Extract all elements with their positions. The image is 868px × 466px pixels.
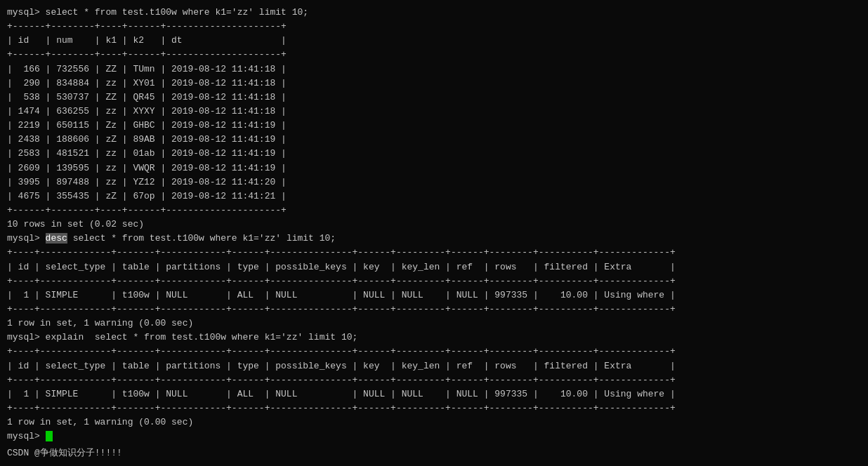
terminal-line: | 2219 | 650115 | Zz | GHBC | 2019-08-12… bbox=[7, 119, 861, 133]
terminal-line: +----+-------------+-------+------------… bbox=[7, 373, 861, 387]
desc-keyword: desc bbox=[46, 233, 67, 244]
terminal-line: +------+--------+----+------+-----------… bbox=[7, 20, 861, 34]
cmd-rest: select * from test.t100w where k1='zz' l… bbox=[67, 233, 336, 244]
terminal-line: | 1474 | 636255 | zz | XYXY | 2019-08-12… bbox=[7, 105, 861, 119]
terminal-line: mysql> desc select * from test.t100w whe… bbox=[7, 232, 861, 246]
terminal-line: | id | select_type | table | partitions … bbox=[7, 359, 861, 373]
watermark: CSDN @争做知识分子!!!!! bbox=[7, 446, 122, 459]
terminal-line: mysql> select * from test.t100w where k1… bbox=[7, 6, 861, 20]
prompt-text: mysql> bbox=[7, 233, 46, 244]
terminal-line: 1 row in set, 1 warning (0.00 sec) bbox=[7, 415, 861, 430]
terminal-line: 10 rows in set (0.02 sec) bbox=[7, 218, 861, 232]
terminal-line: | id | select_type | table | partitions … bbox=[7, 260, 861, 274]
terminal-line: | 166 | 732556 | ZZ | TUmn | 2019-08-12 … bbox=[7, 62, 861, 76]
terminal-line: | 2583 | 481521 | zz | 01ab | 2019-08-12… bbox=[7, 147, 861, 161]
terminal-line: | 538 | 530737 | ZZ | QR45 | 2019-08-12 … bbox=[7, 91, 861, 105]
cursor bbox=[46, 431, 53, 441]
prompt: mysql> bbox=[7, 431, 46, 441]
terminal-line: | 2609 | 139595 | zz | VWQR | 2019-08-12… bbox=[7, 161, 861, 175]
terminal-line: +----+-------------+-------+------------… bbox=[7, 345, 861, 359]
terminal-content: mysql> select * from test.t100w where k1… bbox=[7, 6, 861, 444]
terminal-line: | 4675 | 355435 | zZ | 67op | 2019-08-12… bbox=[7, 189, 861, 204]
terminal-window: mysql> select * from test.t100w where k1… bbox=[7, 6, 861, 466]
terminal-line: mysql> bbox=[7, 430, 861, 444]
terminal-line: +------+--------+----+------+-----------… bbox=[7, 204, 861, 218]
terminal-line: +----+-------------+-------+------------… bbox=[7, 302, 861, 317]
terminal-line: | 1 | SIMPLE | t100w | NULL | ALL | NULL… bbox=[7, 387, 861, 401]
terminal-line: | 290 | 834884 | zz | XY01 | 2019-08-12 … bbox=[7, 76, 861, 91]
terminal-line: mysql> explain select * from test.t100w … bbox=[7, 331, 861, 345]
terminal-line: 1 row in set, 1 warning (0.00 sec) bbox=[7, 317, 861, 331]
terminal-line: +------+--------+----+------+-----------… bbox=[7, 48, 861, 62]
bottom-bar: CSDN @争做知识分子!!!!! bbox=[7, 446, 861, 459]
terminal-line: +----+-------------+-------+------------… bbox=[7, 274, 861, 288]
terminal-line: | 3995 | 897488 | zz | YZ12 | 2019-08-12… bbox=[7, 175, 861, 189]
terminal-line: | 2438 | 188606 | zZ | 89AB | 2019-08-12… bbox=[7, 133, 861, 147]
terminal-line: | 1 | SIMPLE | t100w | NULL | ALL | NULL… bbox=[7, 288, 861, 302]
terminal-line: +----+-------------+-------+------------… bbox=[7, 401, 861, 415]
terminal-line: +----+-------------+-------+------------… bbox=[7, 246, 861, 260]
terminal-line: | id | num | k1 | k2 | dt | bbox=[7, 34, 861, 48]
